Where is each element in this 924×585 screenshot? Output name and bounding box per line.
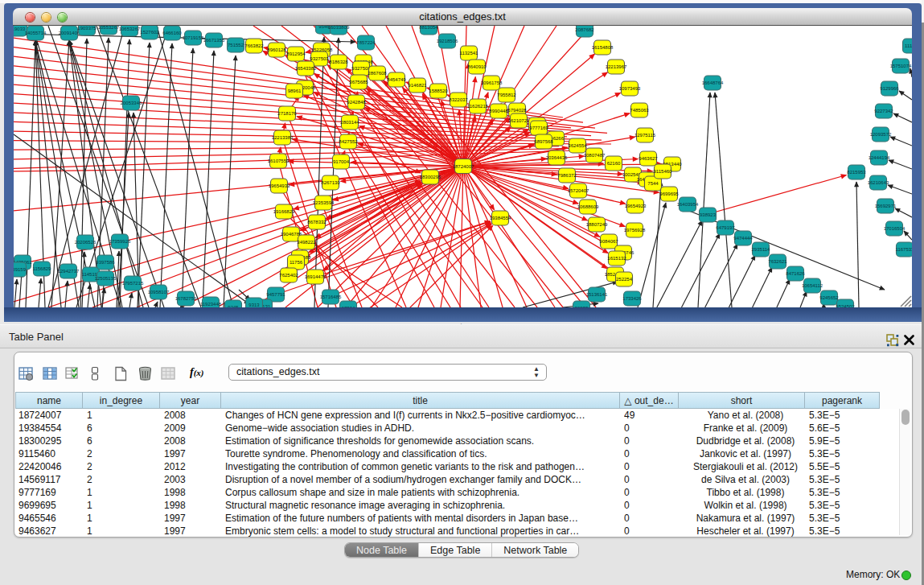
svg-text:17359926: 17359926 (109, 239, 131, 244)
svg-text:2718176: 2718176 (277, 111, 297, 116)
svg-text:20206526: 20206526 (75, 240, 97, 245)
svg-text:12213383: 12213383 (272, 135, 294, 140)
svg-text:7625402: 7625402 (279, 273, 298, 278)
svg-text:8960128: 8960128 (267, 47, 286, 52)
svg-text:12213967: 12213967 (606, 64, 627, 69)
svg-text:939159: 939159 (14, 267, 27, 272)
svg-text:10653267: 10653267 (119, 27, 141, 31)
svg-text:12942737: 12942737 (58, 269, 80, 274)
svg-text:10958107: 10958107 (148, 290, 170, 295)
svg-text:7544: 7544 (647, 181, 659, 186)
svg-text:18300295: 18300295 (420, 175, 441, 179)
svg-text:15716485: 15716485 (320, 295, 342, 299)
svg-text:10719155: 10719155 (183, 35, 204, 40)
svg-text:12975115: 12975115 (634, 133, 656, 138)
svg-text:1167533: 1167533 (896, 247, 912, 252)
svg-text:9524502: 9524502 (836, 304, 855, 307)
svg-text:8267130: 8267130 (321, 180, 340, 185)
svg-text:8813054: 8813054 (419, 26, 438, 30)
svg-text:1588520: 1588520 (429, 89, 448, 93)
svg-text:9699695: 9699695 (659, 192, 679, 196)
svg-text:19654923: 19654923 (625, 204, 647, 208)
svg-text:8454749: 8454749 (387, 77, 406, 82)
svg-text:16210721: 16210721 (508, 118, 530, 123)
svg-text:16543382: 16543382 (295, 66, 317, 71)
svg-text:11172: 11172 (905, 43, 912, 48)
svg-text:1132541: 1132541 (460, 51, 479, 56)
svg-text:9115460: 9115460 (654, 169, 673, 174)
svg-text:12353594: 12353594 (313, 200, 335, 205)
svg-text:12505135: 12505135 (95, 276, 117, 281)
svg-text:7986372: 7986372 (557, 173, 577, 178)
svg-text:12444194: 12444194 (869, 155, 890, 160)
svg-text:3624554: 3624554 (568, 143, 587, 148)
svg-text:20091406: 20091406 (59, 31, 80, 35)
svg-text:17016504: 17016504 (884, 226, 906, 231)
svg-text:1733426: 1733426 (622, 296, 642, 301)
svg-text:16154808: 16154808 (592, 45, 614, 50)
svg-text:15720407: 15720407 (568, 188, 589, 193)
svg-text:19218506: 19218506 (437, 39, 458, 43)
svg-text:16403954: 16403954 (677, 202, 699, 207)
svg-text:16671355: 16671355 (203, 38, 225, 43)
svg-text:9245: 9245 (228, 305, 239, 307)
svg-text:10961758: 10961758 (481, 80, 503, 85)
svg-text:20053346: 20053346 (121, 101, 142, 105)
svg-text:8471626: 8471626 (786, 271, 805, 276)
svg-text:1615132: 1615132 (607, 256, 626, 261)
svg-text:16914479: 16914479 (305, 274, 326, 279)
svg-text:9474444: 9474444 (733, 236, 753, 241)
svg-text:16648764: 16648764 (702, 80, 724, 85)
svg-text:8640910: 8640910 (467, 64, 487, 69)
svg-text:8427552: 8427552 (339, 139, 358, 144)
svg-text:7632621: 7632621 (768, 259, 787, 264)
svg-text:62160: 62160 (607, 161, 621, 166)
svg-text:98961: 98961 (288, 89, 302, 93)
svg-text:10654112: 10654112 (802, 283, 823, 288)
svg-text:16782759: 16782759 (175, 296, 197, 301)
svg-text:9146821: 9146821 (408, 83, 427, 88)
svg-text:252254: 252254 (616, 277, 633, 282)
svg-text:7955812: 7955812 (497, 93, 516, 97)
svg-text:7485063: 7485063 (630, 108, 649, 113)
svg-text:8678332: 8678332 (307, 220, 326, 225)
svg-text:19756928: 19756928 (624, 228, 646, 233)
svg-text:18724007: 18724007 (453, 164, 474, 169)
svg-text:9129966: 9129966 (880, 86, 899, 91)
svg-text:1156829: 1156829 (33, 266, 52, 271)
svg-text:10973493: 10973493 (619, 86, 641, 91)
svg-text:10688609: 10688609 (577, 204, 599, 209)
svg-text:9463627: 9463627 (639, 156, 658, 161)
svg-text:8990448: 8990448 (489, 109, 508, 113)
svg-text:3498222: 3498222 (297, 240, 316, 245)
svg-text:9457791: 9457791 (266, 292, 285, 297)
svg-text:9777169: 9777169 (529, 126, 548, 130)
svg-text:17304: 17304 (342, 306, 355, 307)
svg-text:7857224: 7857224 (356, 40, 376, 45)
svg-text:96233: 96233 (575, 306, 589, 307)
svg-text:16107553: 16107553 (268, 159, 290, 163)
svg-text:10553267: 10553267 (98, 26, 120, 30)
svg-text:15136141: 15136141 (586, 292, 608, 297)
svg-text:8912954: 8912954 (286, 51, 306, 56)
svg-text:19384554: 19384554 (490, 216, 511, 220)
svg-text:19166829: 19166829 (273, 209, 295, 214)
svg-text:751552: 751552 (228, 43, 244, 47)
svg-text:10807487: 10807487 (584, 153, 606, 158)
svg-text:9227342: 9227342 (874, 109, 893, 113)
svg-text:11756: 11756 (290, 260, 303, 265)
svg-text:9242848: 9242848 (347, 100, 366, 105)
svg-text:3675685: 3675685 (349, 80, 368, 84)
svg-text:9084067: 9084067 (599, 239, 618, 244)
svg-text:2803144: 2803144 (340, 120, 359, 125)
svg-text:17957215: 17957215 (122, 281, 144, 286)
svg-text:9397586: 9397586 (96, 260, 115, 265)
svg-text:9313: 9313 (248, 303, 260, 307)
svg-text:9245652: 9245652 (819, 295, 839, 300)
svg-text:6897568: 6897568 (534, 139, 553, 144)
svg-text:1527602: 1527602 (140, 30, 159, 35)
svg-text:8215953: 8215953 (847, 170, 866, 175)
svg-text:2935114: 2935114 (752, 247, 771, 252)
svg-text:8322037: 8322037 (449, 97, 468, 102)
svg-text:14055714: 14055714 (25, 31, 47, 35)
